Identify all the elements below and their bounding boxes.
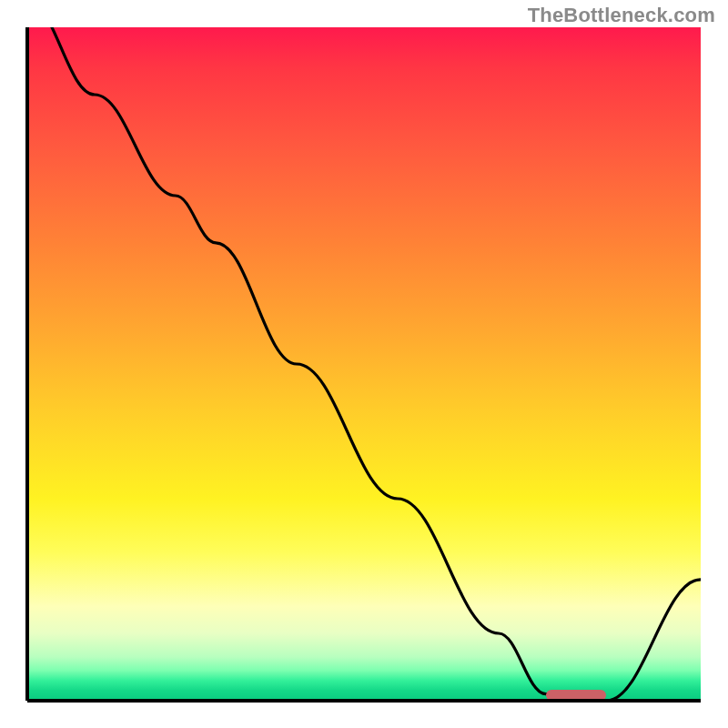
- bottleneck-curve-line: [27, 27, 701, 701]
- plot-area: [27, 27, 701, 701]
- bottleneck-chart: TheBottleneck.com: [0, 0, 728, 728]
- x-axis-line: [27, 699, 701, 703]
- watermark-text: TheBottleneck.com: [528, 4, 715, 27]
- curve-svg: [27, 27, 701, 701]
- y-axis-line: [25, 27, 29, 701]
